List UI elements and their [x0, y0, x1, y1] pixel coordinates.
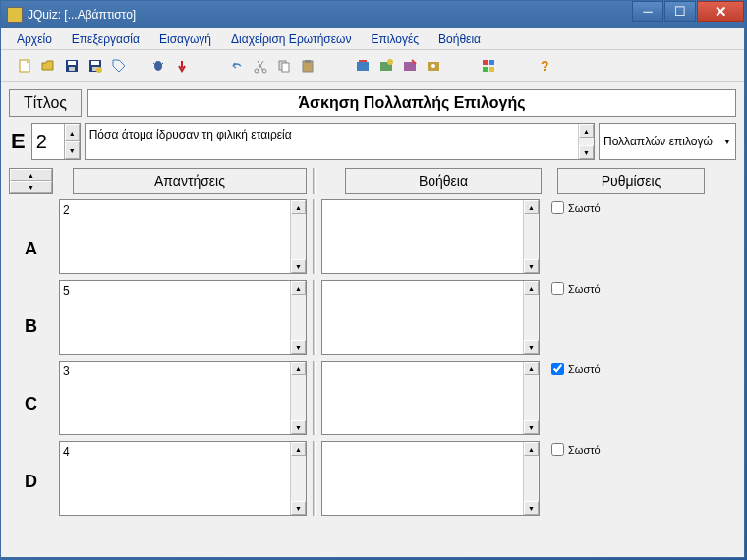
paste-icon[interactable] — [298, 56, 317, 76]
question-type-dropdown[interactable]: Πολλαπλών επιλογώ ▼ — [599, 123, 736, 160]
answer-input[interactable]: 5 — [60, 281, 290, 354]
qnum-up-icon[interactable]: ▲ — [65, 124, 80, 141]
svg-rect-25 — [489, 60, 494, 65]
correct-checkbox-label[interactable]: Σωστό — [551, 201, 697, 214]
scroll-down-icon[interactable]: ▼ — [524, 420, 539, 434]
help-input[interactable] — [322, 362, 523, 434]
scrollbar[interactable]: ▲▼ — [290, 442, 306, 515]
correct-checkbox[interactable] — [551, 443, 564, 456]
qnum-down-icon[interactable]: ▼ — [65, 141, 80, 159]
column-divider[interactable] — [313, 361, 316, 435]
correct-checkbox-label[interactable]: Σωστό — [551, 363, 697, 375]
svg-rect-16 — [305, 60, 311, 63]
scroll-down-icon[interactable]: ▼ — [291, 420, 306, 434]
scroll-down-icon[interactable]: ▼ — [291, 501, 306, 515]
svg-rect-3 — [69, 67, 75, 71]
export4-icon[interactable] — [424, 56, 443, 76]
scrollbar[interactable]: ▲▼ — [523, 442, 539, 515]
menu-manage[interactable]: Διαχείριση Ερωτήσεων — [223, 30, 359, 48]
correct-checkbox-label[interactable]: Σωστό — [551, 443, 697, 456]
help-input[interactable] — [322, 281, 523, 354]
question-number-input[interactable] — [32, 124, 64, 159]
bug-icon[interactable] — [148, 56, 168, 76]
correct-checkbox-label[interactable]: Σωστό — [551, 282, 697, 295]
svg-text:?: ? — [541, 58, 549, 74]
answer-input[interactable]: 2 — [60, 200, 290, 273]
scroll-up-icon[interactable]: ▲ — [291, 362, 306, 375]
answer-input[interactable]: 3 — [60, 362, 290, 434]
scroll-down-icon[interactable]: ▼ — [291, 340, 306, 354]
scroll-up-icon[interactable]: ▲ — [524, 362, 539, 375]
help-icon[interactable]: ? — [534, 56, 553, 76]
question-text-input[interactable] — [86, 124, 578, 159]
menu-edit[interactable]: Επεξεργασία — [64, 30, 147, 48]
correct-label: Σωστό — [568, 283, 601, 295]
scroll-up-icon[interactable]: ▲ — [524, 281, 539, 295]
scrollbar[interactable]: ▲▼ — [523, 362, 539, 434]
title-input[interactable] — [87, 89, 736, 117]
scroll-down-icon[interactable]: ▼ — [524, 340, 539, 354]
saveas-icon[interactable] — [86, 56, 105, 76]
menu-insert[interactable]: Εισαγωγή — [151, 30, 219, 48]
scrollbar[interactable]: ▲▼ — [290, 362, 306, 434]
menu-options[interactable]: Επιλογές — [363, 30, 427, 48]
answer-row: 4▲▼▲▼ Σωστό — [59, 441, 736, 516]
menu-help[interactable]: Βοήθεια — [431, 30, 488, 48]
undo-icon[interactable] — [227, 56, 247, 76]
titlebar[interactable]: JQuiz: [...Αβάπτιστο] ─ ☐ ✕ — [1, 1, 744, 28]
tag-icon[interactable] — [109, 56, 129, 76]
save-icon[interactable] — [62, 56, 82, 76]
minimize-button[interactable]: ─ — [632, 1, 663, 22]
scroll-up-icon[interactable]: ▲ — [291, 442, 306, 456]
scroll-up-icon[interactable]: ▲ — [291, 281, 306, 295]
maximize-button[interactable]: ☐ — [664, 1, 696, 22]
question-number-spinner[interactable]: ▲ ▼ — [31, 123, 81, 160]
correct-checkbox[interactable] — [551, 201, 564, 214]
question-text-wrap: ▲ ▼ — [85, 123, 595, 160]
cut-icon[interactable] — [251, 56, 270, 76]
scrollbar[interactable]: ▲▼ — [523, 281, 539, 354]
help-input[interactable] — [322, 200, 523, 273]
row-spinner[interactable]: ▲ ▼ — [9, 168, 53, 194]
scroll-up-icon[interactable]: ▲ — [524, 442, 539, 456]
open-icon[interactable] — [38, 56, 58, 76]
answer-input[interactable]: 4 — [60, 442, 290, 515]
svg-rect-27 — [489, 67, 494, 72]
correct-checkbox[interactable] — [551, 363, 564, 375]
close-button[interactable]: ✕ — [697, 1, 744, 22]
export3-icon[interactable] — [400, 56, 420, 76]
column-divider[interactable] — [313, 168, 316, 194]
scroll-up-icon[interactable]: ▲ — [579, 124, 594, 138]
export2-icon[interactable] — [376, 56, 396, 76]
scroll-down-icon[interactable]: ▼ — [579, 145, 594, 159]
answer-text-wrap: 2▲▼ — [59, 199, 307, 274]
scroll-down-icon[interactable]: ▼ — [524, 259, 539, 273]
grid-icon[interactable] — [479, 56, 498, 76]
correct-label: Σωστό — [568, 444, 601, 456]
scrollbar[interactable]: ▲ ▼ — [578, 124, 594, 159]
scroll-up-icon[interactable]: ▲ — [291, 200, 306, 214]
export1-icon[interactable] — [353, 56, 373, 76]
rows-up-icon[interactable]: ▲ — [10, 169, 52, 181]
new-icon[interactable] — [15, 56, 34, 76]
help-input[interactable] — [322, 442, 523, 515]
scroll-down-icon[interactable]: ▼ — [291, 259, 306, 273]
scroll-up-icon[interactable]: ▲ — [524, 200, 539, 214]
scrollbar[interactable]: ▲▼ — [523, 200, 539, 273]
scrollbar[interactable]: ▲▼ — [290, 281, 306, 354]
copy-icon[interactable] — [274, 56, 294, 76]
down-arrow-icon[interactable] — [172, 56, 192, 76]
correct-checkbox[interactable] — [551, 282, 564, 295]
menubar: Αρχείο Επεξεργασία Εισαγωγή Διαχείριση Ε… — [1, 28, 744, 50]
settings-box: Σωστό — [546, 280, 703, 355]
scrollbar[interactable]: ▲▼ — [290, 200, 306, 273]
menu-file[interactable]: Αρχείο — [9, 30, 60, 48]
chevron-down-icon: ▼ — [723, 138, 731, 146]
rows-down-icon[interactable]: ▼ — [10, 181, 52, 193]
scroll-down-icon[interactable]: ▼ — [524, 501, 539, 515]
column-divider[interactable] — [313, 441, 316, 516]
column-divider[interactable] — [313, 199, 316, 274]
help-text-wrap: ▲▼ — [321, 199, 540, 274]
column-divider[interactable] — [313, 280, 316, 355]
content-area: Τίτλος Ε ▲ ▼ ▲ ▼ Πολλαπλών ε — [1, 82, 744, 557]
